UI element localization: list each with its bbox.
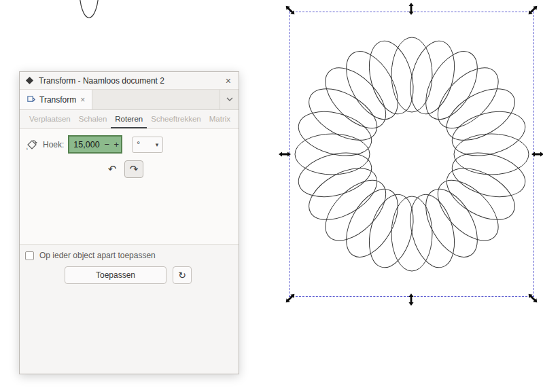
tab-matrix[interactable]: Matrix: [205, 110, 234, 128]
selection-handle-top-mid[interactable]: [404, 1, 419, 16]
transform-mode-tabs: Verplaatsen Schalen Roteren Scheeftrekke…: [20, 110, 239, 129]
selection-handle-bottom-right[interactable]: [525, 291, 540, 306]
tab-transform[interactable]: Transform ×: [20, 90, 92, 109]
selection-marquee: [289, 12, 534, 297]
selection-handle-bottom-left[interactable]: [283, 291, 298, 306]
spin-decrement-button[interactable]: −: [102, 139, 111, 149]
rotate-ccw-button[interactable]: ↶: [103, 160, 122, 178]
transform-tab-icon: [27, 95, 35, 104]
selection-handle-top-right[interactable]: [525, 3, 540, 18]
transform-dialog: Transform - Naamloos document 2 × Transf…: [19, 71, 239, 374]
tab-close-icon[interactable]: ×: [80, 95, 85, 105]
rotate-panel: t Hoek: 15,000 − + ° ▾ ↶ ↷: [20, 129, 239, 244]
chevron-down-icon[interactable]: [220, 90, 239, 109]
angle-value[interactable]: 15,000: [69, 140, 102, 149]
selection-handle-right-mid[interactable]: [530, 147, 543, 162]
dialog-footer: Op ieder object apart toepassen Toepasse…: [20, 244, 239, 374]
inkscape-dialog-icon: [25, 76, 34, 85]
selection-handle-left-mid[interactable]: [277, 147, 292, 162]
tab-verplaatsen[interactable]: Verplaatsen: [25, 110, 75, 128]
apply-button[interactable]: Toepassen: [65, 266, 167, 284]
tab-schalen[interactable]: Schalen: [75, 110, 111, 128]
close-icon[interactable]: ×: [224, 76, 233, 86]
dock-tabstrip: Transform ×: [20, 90, 239, 110]
dialog-titlebar[interactable]: Transform - Naamloos document 2 ×: [20, 72, 239, 90]
spin-increment-button[interactable]: +: [111, 139, 121, 149]
partial-ellipse-shape[interactable]: [68, 0, 109, 27]
selection-handle-top-left[interactable]: [283, 3, 298, 18]
tab-scheeftrekken[interactable]: Scheeftrekken: [147, 110, 205, 128]
selection-handle-bottom-mid[interactable]: [404, 292, 419, 307]
svg-text:t: t: [27, 147, 28, 151]
rotate-cw-button[interactable]: ↷: [124, 160, 143, 178]
apply-each-checkbox[interactable]: [25, 251, 34, 260]
apply-each-label: Op ieder object apart toepassen: [39, 251, 156, 260]
angle-spinbox[interactable]: 15,000 − +: [68, 135, 122, 154]
tabstrip-spacer: [92, 90, 220, 109]
dialog-title: Transform - Naamloos document 2: [39, 76, 219, 86]
tab-roteren[interactable]: Roteren: [111, 110, 147, 128]
rotate-icon: t: [25, 138, 39, 152]
unit-value: °: [137, 140, 150, 149]
dropdown-caret-icon: ▾: [156, 141, 159, 148]
refresh-button[interactable]: ↻: [173, 266, 192, 284]
unit-dropdown[interactable]: ° ▾: [132, 137, 163, 153]
angle-label: Hoek:: [43, 140, 64, 149]
tab-label: Transform: [39, 95, 76, 105]
